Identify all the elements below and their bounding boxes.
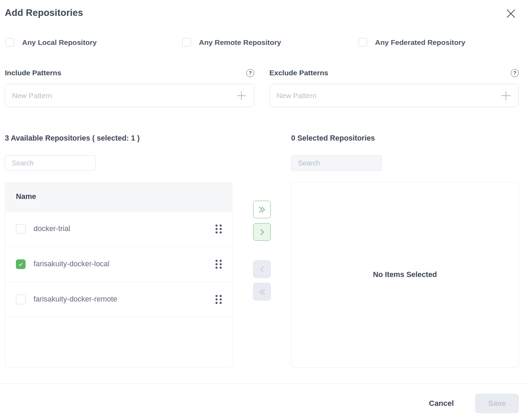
- add-exclude-pattern-button[interactable]: [500, 90, 511, 101]
- double-chevron-right-icon: [258, 206, 267, 213]
- checkbox-box[interactable]: [358, 38, 367, 47]
- include-patterns-label: Include Patterns: [5, 69, 61, 77]
- footer-divider: [0, 383, 527, 384]
- check-icon: [18, 261, 23, 267]
- repo-name: farisakuity-docker-remote: [33, 295, 215, 304]
- available-repositories-table: Name docker-trial fa: [5, 182, 232, 368]
- checkbox-label: Any Local Repository: [22, 38, 97, 47]
- checkbox-label: Any Federated Repository: [375, 38, 465, 47]
- chevron-left-icon: [259, 266, 266, 273]
- exclude-patterns-help-icon[interactable]: ?: [511, 69, 519, 77]
- checkbox-label: Any Remote Repository: [199, 38, 281, 47]
- chevron-right-icon: [259, 228, 266, 236]
- selected-search-input[interactable]: [291, 155, 382, 171]
- plus-icon: [501, 90, 511, 101]
- plus-icon: [236, 90, 247, 101]
- save-button[interactable]: Save: [475, 394, 519, 413]
- double-chevron-left-icon: [258, 288, 267, 296]
- table-row-farisakuity-docker-remote[interactable]: farisakuity-docker-remote: [5, 282, 232, 317]
- exclude-pattern-input[interactable]: [277, 92, 500, 100]
- exclude-patterns-label: Exclude Patterns: [269, 69, 328, 77]
- selected-repositories-heading: 0 Selected Repositories: [291, 134, 375, 143]
- drag-handle-icon[interactable]: [215, 259, 222, 270]
- exclude-pattern-input-wrap: [269, 84, 519, 107]
- include-patterns-help-icon[interactable]: ?: [246, 69, 254, 77]
- drag-handle-icon[interactable]: [215, 223, 222, 235]
- table-header-name: Name: [5, 182, 232, 211]
- checkbox-box[interactable]: [182, 38, 191, 47]
- exclude-patterns-section: Exclude Patterns ?: [269, 68, 519, 107]
- close-button[interactable]: [505, 8, 517, 19]
- table-row-farisakuity-docker-local[interactable]: farisakuity-docker-local: [5, 247, 232, 282]
- repo-type-row: Any Local Repository Any Remote Reposito…: [0, 38, 527, 48]
- row-checkbox[interactable]: [16, 224, 26, 234]
- include-pattern-input-wrap: [5, 84, 254, 107]
- include-patterns-section: Include Patterns ?: [5, 68, 254, 107]
- available-search-input[interactable]: [5, 155, 96, 171]
- available-repositories-heading: 3 Available Repositories ( selected: 1 ): [5, 134, 140, 143]
- checkbox-any-local-repository[interactable]: Any Local Repository: [6, 38, 97, 47]
- checkbox-any-federated-repository[interactable]: Any Federated Repository: [358, 38, 465, 47]
- row-checkbox[interactable]: [16, 295, 26, 304]
- move-all-left-button[interactable]: [253, 283, 271, 300]
- table-row-docker-trial[interactable]: docker-trial: [5, 211, 232, 247]
- checkbox-any-remote-repository[interactable]: Any Remote Repository: [182, 38, 281, 47]
- close-icon: [506, 8, 516, 19]
- add-include-pattern-button[interactable]: [236, 90, 247, 101]
- include-pattern-input[interactable]: [12, 92, 236, 100]
- repo-name: docker-trial: [33, 225, 215, 233]
- row-checkbox[interactable]: [16, 259, 26, 269]
- selected-repositories-panel: No Items Selected: [291, 182, 519, 368]
- move-selected-right-button[interactable]: [253, 223, 271, 241]
- cancel-button[interactable]: Cancel: [429, 398, 454, 409]
- drag-handle-icon[interactable]: [215, 294, 222, 305]
- no-items-selected-text: No Items Selected: [373, 270, 437, 279]
- repo-name: farisakuity-docker-local: [33, 260, 215, 268]
- move-all-right-button[interactable]: [253, 201, 271, 218]
- add-repositories-dialog: Add Repositories Any Local Repository An…: [0, 0, 527, 420]
- move-selected-left-button[interactable]: [253, 260, 271, 278]
- checkbox-box[interactable]: [6, 38, 14, 47]
- dialog-title: Add Repositories: [5, 8, 83, 18]
